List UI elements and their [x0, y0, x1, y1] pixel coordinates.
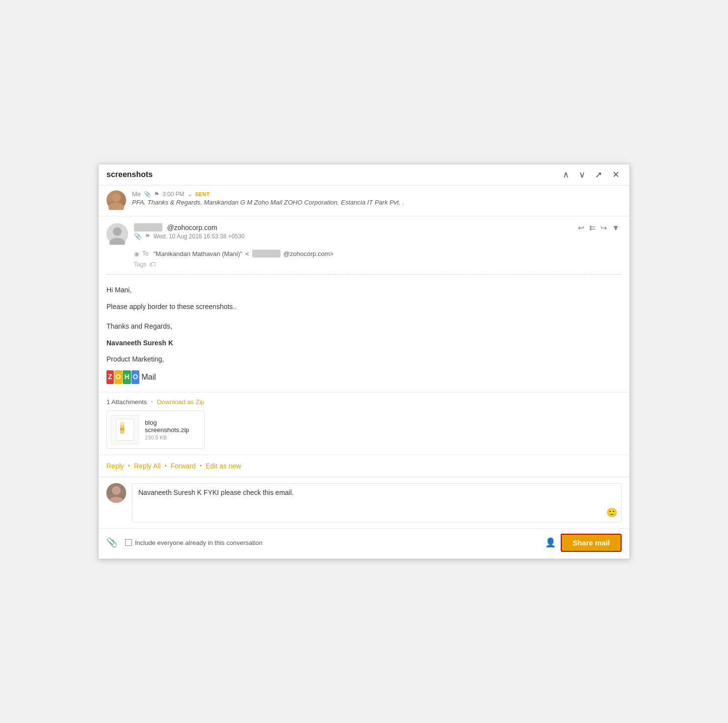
h-letter: H	[123, 370, 130, 384]
window-title: screenshots	[106, 170, 153, 179]
sender-email-blurred: ••••••••••	[134, 223, 162, 232]
body-greeting: Hi Mani,	[106, 284, 622, 296]
attachments-section: 1 Attachments • Download as Zip	[99, 392, 629, 455]
compose-avatar-img	[106, 483, 126, 503]
prev-sent-badge: SENT	[195, 191, 209, 197]
people-icon: 👤	[545, 537, 556, 548]
reply-link[interactable]: Reply	[106, 462, 124, 470]
reply-all-button-header[interactable]: ⇇	[587, 223, 598, 233]
expand-icon[interactable]: ◉	[134, 250, 139, 258]
to-email-blurred: ••••••••••	[252, 250, 281, 258]
email-date: Wed, 10 Aug 2016 16:53:38 +0530	[154, 233, 245, 240]
compose-text-area[interactable]: Navaneeth Suresh K FYKI please check thi…	[132, 483, 622, 522]
prev-flag-icon: ⚑	[154, 191, 159, 198]
attachments-header: 1 Attachments • Download as Zip	[106, 398, 622, 406]
to-row: ◉ To "Manikandan Mathavan (Mani)" < ••••…	[99, 249, 629, 258]
attachment-icon: 📎	[134, 232, 142, 240]
svg-point-1	[108, 203, 124, 210]
edit-as-new-link[interactable]: Edit as new	[206, 462, 241, 470]
title-bar-controls: ∧ ∨ ➚ ✕	[561, 169, 622, 180]
svg-point-0	[112, 193, 121, 202]
o2-letter: O	[131, 370, 140, 384]
attach-file-button[interactable]: 📎	[106, 537, 117, 548]
close-button[interactable]: ✕	[610, 169, 622, 180]
prev-avatar	[106, 190, 126, 210]
include-everyone-label: Include everyone already in this convers…	[135, 539, 262, 546]
dot-1: •	[128, 463, 130, 469]
body-name: Navaneeth Suresh K	[106, 337, 622, 349]
to-label: To	[142, 250, 149, 257]
prev-time: 3:00 PM	[162, 191, 184, 198]
svg-rect-7	[120, 425, 124, 428]
forward-link[interactable]: Forward	[171, 462, 196, 470]
dot-2: •	[164, 463, 166, 469]
attachment-info: blog screenshots.zip 230.5 KB	[145, 419, 200, 440]
zoho-logo-row: Z O H O Mail	[106, 370, 622, 384]
email-header: •••••••••• @zohocorp.com 📎 ⚑ Wed, 10 Aug…	[99, 216, 629, 249]
navigate-up-button[interactable]: ∧	[561, 169, 571, 180]
compose-area: Navaneeth Suresh K FYKI please check thi…	[99, 477, 629, 528]
sender-row: •••••••••• @zohocorp.com	[134, 223, 570, 232]
svg-point-16	[112, 486, 121, 495]
body-request: Please apply border to these screenshots…	[106, 301, 622, 313]
more-actions-button[interactable]: ▼	[610, 223, 622, 233]
svg-rect-8	[120, 428, 124, 431]
attachment-item[interactable]: blog screenshots.zip 230.5 KB	[106, 411, 205, 449]
compose-text: Navaneeth Suresh K FYKI please check thi…	[138, 489, 615, 496]
dot-3: •	[200, 463, 202, 469]
svg-point-3	[113, 227, 122, 236]
emoji-button[interactable]: 🙂	[606, 507, 617, 518]
prev-chevron-icon: ⌄	[187, 191, 192, 198]
attachments-count: 1 Attachments	[106, 398, 147, 406]
email-body: Hi Mani, Please apply border to these sc…	[99, 277, 629, 392]
email-header-actions: ↩ ⇇ ↪ ▼	[576, 223, 622, 233]
attachment-name: blog screenshots.zip	[145, 419, 200, 434]
reply-all-link[interactable]: Reply All	[134, 462, 160, 470]
body-thanks: Thanks and Regards,	[106, 321, 622, 333]
compose-footer: 📎 Include everyone already in this conve…	[99, 528, 629, 559]
mail-text: Mail	[141, 370, 156, 384]
attachment-icon-zip	[111, 415, 139, 444]
attachment-size: 230.5 KB	[145, 435, 200, 440]
sender-domain: @zohocorp.com	[167, 224, 217, 232]
reply-button-header[interactable]: ↩	[576, 223, 586, 233]
prev-snippet: PFA. Thanks & Regards, Manikandan G M Zo…	[132, 199, 622, 206]
share-area: 👤 Share mail	[545, 534, 622, 552]
reply-actions: Reply • Reply All • Forward • Edit as ne…	[99, 455, 629, 477]
prev-icon-paperclip: 📎	[144, 191, 151, 198]
to-name: "Manikandan Mathavan (Mani)"	[154, 250, 242, 258]
email-content: Me 📎 ⚑ 3:00 PM ⌄ SENT PFA. Thanks & Rega…	[99, 185, 629, 559]
prev-email-meta: Me 📎 ⚑ 3:00 PM ⌄ SENT PFA. Thanks & Rega…	[132, 190, 622, 206]
forward-button-header[interactable]: ↪	[598, 223, 609, 233]
prev-header-line: Me 📎 ⚑ 3:00 PM ⌄ SENT	[132, 190, 622, 198]
to-bracket-open: <	[245, 250, 249, 258]
navigate-down-button[interactable]: ∨	[577, 169, 587, 180]
svg-rect-9	[120, 431, 124, 434]
include-everyone-checkbox[interactable]	[125, 539, 132, 546]
email-signature: Thanks and Regards, Navaneeth Suresh K P…	[106, 321, 622, 384]
share-mail-button[interactable]: Share mail	[561, 534, 622, 552]
flag-icon: ⚑	[145, 232, 151, 240]
email-meta: •••••••••• @zohocorp.com 📎 ⚑ Wed, 10 Aug…	[134, 223, 570, 240]
email-meta-icons: 📎 ⚑ Wed, 10 Aug 2016 16:53:38 +0530	[134, 232, 570, 240]
email-window: screenshots ∧ ∨ ➚ ✕ Me 📎 ⚑ 3:00 PM	[98, 164, 630, 559]
email-divider	[106, 274, 622, 275]
z-letter: Z	[106, 370, 114, 384]
sender-avatar	[106, 223, 128, 245]
include-everyone-area: Include everyone already in this convers…	[125, 539, 262, 546]
body-title: Product Marketing,	[106, 354, 622, 365]
prev-sender: Me	[132, 190, 141, 198]
to-domain: @zohocorp.com>	[284, 250, 334, 258]
tags-row: Tags 🏷	[99, 258, 629, 272]
svg-rect-5	[116, 419, 134, 440]
prev-email-strip: Me 📎 ⚑ 3:00 PM ⌄ SENT PFA. Thanks & Rega…	[99, 185, 629, 216]
o1-letter: O	[114, 370, 123, 384]
attachments-dot: •	[151, 398, 153, 406]
title-bar: screenshots ∧ ∨ ➚ ✕	[99, 164, 629, 185]
svg-rect-6	[120, 422, 124, 425]
compose-avatar	[106, 483, 126, 503]
popout-button[interactable]: ➚	[593, 169, 604, 180]
compose-footer-left: 📎 Include everyone already in this conve…	[106, 537, 262, 548]
download-zip-link[interactable]: Download as Zip	[157, 398, 205, 406]
tag-icon: 🏷	[149, 260, 156, 268]
